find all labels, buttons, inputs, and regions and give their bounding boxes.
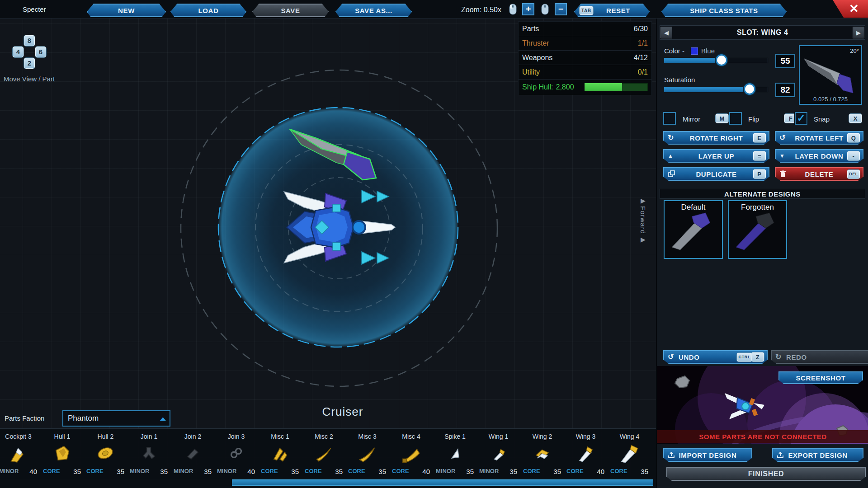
- redo-button[interactable]: ↻ REDO: [771, 350, 868, 364]
- duplicate-button[interactable]: DUPLICATE P: [663, 167, 769, 181]
- duplicate-key-badge: P: [753, 169, 766, 178]
- part-item-wing-3[interactable]: Wing 3 CORE40: [564, 429, 608, 479]
- part-item-wing-2[interactable]: Wing 2 CORE35: [520, 429, 564, 479]
- snap-checkbox[interactable]: ✓: [795, 112, 807, 125]
- stat-label: Parts: [522, 25, 539, 33]
- check-icon: ✓: [797, 113, 805, 124]
- saturation-slider[interactable]: [664, 87, 768, 92]
- part-icon-wing-1: [488, 443, 508, 463]
- top-toolbar: Specter NEW LOAD SAVE SAVE AS... Zoom: 0…: [0, 0, 868, 19]
- layer-down-button[interactable]: ▼ LAYER DOWN -: [775, 149, 863, 163]
- layer-down-icon: ▼: [779, 152, 785, 160]
- flip-checkbox[interactable]: [729, 112, 742, 125]
- mirror-checkbox[interactable]: [663, 112, 676, 125]
- zoom-out-button[interactable]: −: [555, 3, 567, 15]
- part-cost: 35: [553, 468, 561, 475]
- part-item-hull-1[interactable]: Hull 1 CORE35: [40, 429, 84, 479]
- rotate-left-button[interactable]: ↺ ROTATE LEFT Q: [775, 131, 863, 145]
- rotate-right-button[interactable]: ↻ ROTATE RIGHT E: [663, 131, 769, 145]
- key-hint-left: 4: [13, 47, 24, 57]
- part-cost: 35: [160, 468, 168, 475]
- export-design-button[interactable]: EXPORT DESIGN: [772, 448, 863, 462]
- part-name: Misc 1: [258, 433, 302, 440]
- layer-up-label: LAYER UP: [698, 152, 734, 160]
- ship-preview[interactable]: [284, 190, 395, 264]
- zoom-in-button[interactable]: +: [522, 3, 534, 15]
- saturation-value-box[interactable]: 82: [775, 83, 795, 97]
- duplicate-label: DUPLICATE: [696, 170, 736, 178]
- next-slot-button[interactable]: ▶: [853, 27, 864, 38]
- part-item-misc-3[interactable]: Misc 3 CORE35: [345, 429, 389, 479]
- prev-slot-button[interactable]: ◀: [660, 27, 672, 38]
- layer-up-button[interactable]: ▲ LAYER UP =: [663, 149, 769, 163]
- parts-scrollbar-thumb[interactable]: [232, 479, 653, 486]
- part-type: CORE: [610, 468, 627, 475]
- part-item-misc-1[interactable]: Misc 1 CORE35: [258, 429, 302, 479]
- part-editor-panel: ◀ SLOT: WING 4 ▶ Color - Blue 55 Saturat…: [656, 18, 868, 488]
- part-item-misc-2[interactable]: Misc 2 CORE35: [302, 429, 346, 479]
- part-type: CORE: [523, 468, 540, 475]
- zoom-level-label: Zoom: 0.50x: [461, 6, 501, 14]
- part-angle-label: 20°: [850, 47, 859, 54]
- mirror-key-badge: M: [716, 114, 728, 123]
- part-type: MINOR: [436, 468, 455, 475]
- key-hint-right: 6: [35, 47, 46, 57]
- move-view-hint-label: Move View / Part: [4, 75, 55, 83]
- part-type: CORE: [566, 468, 584, 475]
- delete-button[interactable]: DELETE DEL: [775, 167, 863, 181]
- save-button[interactable]: SAVE: [252, 4, 329, 17]
- stat-value: 1/1: [638, 39, 648, 47]
- color-value-box[interactable]: 55: [775, 54, 795, 68]
- color-slider-knob[interactable]: [717, 56, 726, 65]
- part-cost: 40: [597, 468, 604, 475]
- part-item-join-1[interactable]: Join 1 MINOR35: [127, 429, 171, 479]
- part-cost: 35: [291, 468, 299, 475]
- color-name: Blue: [701, 47, 715, 55]
- rotate-ccw-icon: ↺: [779, 134, 786, 141]
- part-item-join-2[interactable]: Join 2 MINOR35: [171, 429, 215, 479]
- design-option-default[interactable]: Default: [664, 200, 723, 259]
- color-slider[interactable]: [664, 58, 768, 63]
- save-as-button[interactable]: SAVE AS...: [335, 4, 412, 17]
- import-design-button[interactable]: IMPORT DESIGN: [663, 448, 752, 462]
- parts-faction-value: Phantom: [68, 414, 99, 423]
- load-button[interactable]: LOAD: [170, 4, 246, 17]
- reset-label: RESET: [606, 7, 630, 14]
- part-item-wing-1[interactable]: Wing 1 MINOR35: [476, 429, 520, 479]
- new-button[interactable]: NEW: [87, 4, 166, 17]
- parts-scrollbar-track[interactable]: [0, 479, 656, 486]
- finished-button[interactable]: FINISHED: [666, 467, 866, 481]
- part-name: Hull 2: [84, 433, 127, 440]
- stat-label: Weapons: [522, 54, 552, 62]
- part-item-join-3[interactable]: Join 3 MINOR40: [214, 429, 258, 479]
- part-name: Spike 1: [433, 433, 477, 440]
- reset-view-button[interactable]: TAB RESET: [574, 4, 650, 17]
- part-item-wing-4[interactable]: Wing 4 CORE35: [608, 429, 651, 479]
- key-hint-up: 8: [24, 35, 35, 46]
- screenshot-button[interactable]: SCREENSHOT: [778, 371, 863, 384]
- part-name: Wing 1: [476, 433, 520, 440]
- part-icon-hull-2: [95, 443, 115, 463]
- undo-button[interactable]: ↺ UNDO CTRL Z: [663, 350, 768, 364]
- design-name: Default: [664, 203, 723, 212]
- hull-bar-fill: [585, 83, 622, 91]
- rotate-left-key-badge: Q: [847, 133, 860, 142]
- part-type: MINOR: [174, 468, 193, 475]
- close-button[interactable]: ✕: [833, 0, 868, 18]
- design-option-forgotten[interactable]: Forgotten: [728, 200, 787, 259]
- slot-header: ◀ SLOT: WING 4 ▶: [660, 25, 865, 40]
- part-cost: 35: [117, 468, 124, 475]
- stat-value: 0/1: [638, 68, 648, 76]
- part-item-spike-1[interactable]: Spike 1 MINOR35: [433, 429, 477, 479]
- saturation-slider-knob[interactable]: [745, 84, 754, 94]
- part-item-hull-2[interactable]: Hull 2 CORE35: [84, 429, 127, 479]
- parts-faction-dropdown[interactable]: Phantom ▲: [62, 410, 170, 427]
- part-item-misc-4[interactable]: Misc 4 CORE40: [389, 429, 433, 479]
- part-item-cockpit-3[interactable]: Cockpit 3 MINOR40: [0, 429, 40, 479]
- stat-row-weapons: Weapons 4/12: [519, 51, 651, 65]
- hull-label: Ship Hull:: [522, 83, 553, 91]
- ship-class-stats-button[interactable]: SHIP CLASS STATS: [661, 4, 787, 17]
- redo-label: REDO: [786, 353, 807, 361]
- close-icon: ✕: [849, 2, 859, 16]
- layer-down-label: LAYER DOWN: [795, 152, 843, 160]
